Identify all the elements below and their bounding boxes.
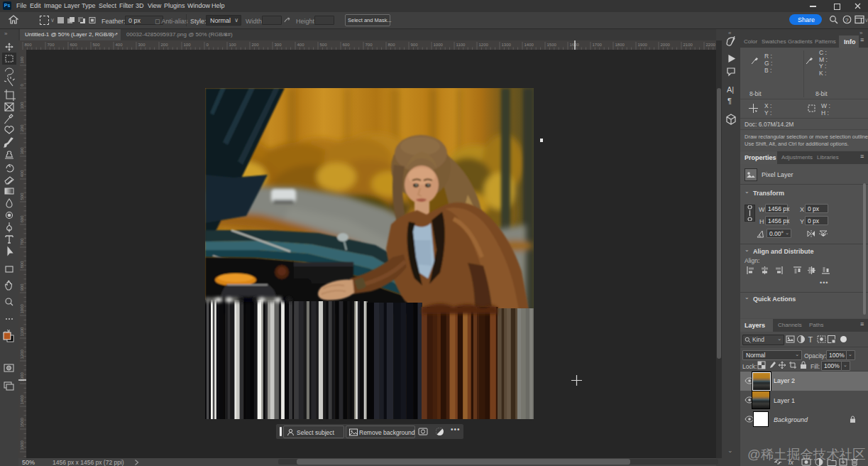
svg-text:200: 200 (252, 43, 260, 47)
svg-text:100: 100 (20, 102, 24, 109)
svg-text:?: ? (845, 17, 849, 23)
svg-text:1400: 1400 (524, 43, 534, 47)
svg-text:100: 100 (184, 43, 192, 47)
svg-text:1500: 1500 (20, 417, 24, 427)
svg-text:500: 500 (20, 193, 24, 200)
svg-text:1600: 1600 (20, 440, 24, 450)
svg-text:800: 800 (388, 43, 396, 47)
svg-text:¶: ¶ (727, 97, 732, 105)
svg-text:600: 600 (70, 43, 78, 47)
svg-text:900: 900 (411, 43, 419, 47)
svg-text:400: 400 (116, 43, 123, 47)
svg-text:700: 700 (20, 238, 24, 246)
svg-text:300: 300 (275, 43, 282, 47)
svg-text:600: 600 (20, 215, 24, 223)
svg-text:1800: 1800 (615, 43, 625, 47)
svg-text:1300: 1300 (502, 43, 512, 47)
svg-text:1900: 1900 (638, 43, 648, 47)
svg-text:1100: 1100 (20, 327, 24, 337)
svg-text:200: 200 (20, 124, 24, 132)
svg-text:T: T (808, 335, 813, 344)
svg-text:A|: A| (727, 85, 734, 94)
svg-text:1200: 1200 (20, 349, 24, 359)
svg-text:400: 400 (297, 43, 305, 47)
svg-text:500: 500 (320, 43, 328, 47)
svg-text:800: 800 (20, 261, 24, 269)
svg-text:1700: 1700 (593, 43, 603, 47)
svg-text:300: 300 (20, 147, 24, 155)
svg-text:800: 800 (25, 43, 33, 47)
svg-text:1100: 1100 (456, 43, 466, 47)
svg-text:2200: 2200 (706, 43, 716, 47)
svg-text:200: 200 (161, 43, 169, 47)
svg-text:700: 700 (48, 43, 55, 47)
svg-text:1200: 1200 (479, 43, 489, 47)
svg-text:300: 300 (138, 43, 146, 47)
svg-text:500: 500 (93, 43, 101, 47)
svg-text:1000: 1000 (20, 303, 24, 313)
svg-text:900: 900 (20, 283, 24, 291)
svg-text:600: 600 (343, 43, 351, 47)
svg-text:2000: 2000 (661, 43, 671, 47)
svg-text:100: 100 (229, 43, 237, 47)
svg-text:1400: 1400 (20, 394, 24, 404)
svg-text:400: 400 (20, 170, 24, 178)
svg-text:700: 700 (366, 43, 373, 47)
svg-text:1500: 1500 (547, 43, 557, 47)
svg-text:2100: 2100 (683, 43, 693, 47)
svg-text:1000: 1000 (434, 43, 444, 47)
svg-text:100: 100 (20, 56, 24, 64)
